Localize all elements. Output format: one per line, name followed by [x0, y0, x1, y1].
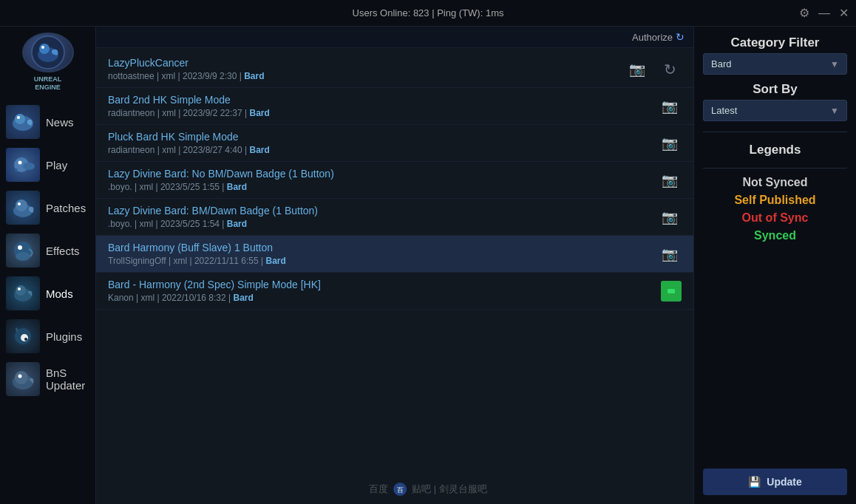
legend-not-synced: Not Synced: [703, 176, 847, 189]
svg-point-9: [23, 163, 35, 170]
mod-item-5[interactable]: Bard Harmony (Buff Slave) 1 Button Troll…: [96, 236, 693, 273]
sidebar-item-mods[interactable]: Mods: [0, 272, 95, 315]
sidebar-item-play[interactable]: Play: [0, 143, 95, 186]
mod-camera-btn-4[interactable]: 📷: [658, 205, 682, 229]
mod-info-0: LazyPluckCancer nottoastnee | xml | 2023…: [108, 57, 616, 81]
update-icon: 💾: [748, 476, 761, 488]
mod-title-1: Bard 2nd HK Simple Mode: [108, 94, 649, 106]
sidebar-item-play-label: Play: [46, 159, 67, 171]
legend-out-of-sync: Out of Sync: [703, 211, 847, 225]
update-label: Update: [767, 476, 801, 488]
title-bar-text: Users Online: 823 | Ping (TW): 1ms: [353, 7, 504, 18]
avatar-plugins: [6, 319, 40, 353]
minimize-icon[interactable]: —: [818, 7, 830, 20]
mod-item-3[interactable]: Lazy Divine Bard: No BM/Dawn Badge (1 Bu…: [96, 162, 693, 199]
close-icon[interactable]: ✕: [839, 6, 849, 20]
category-filter-arrow: ▼: [830, 59, 839, 69]
watermark-text: 百度: [369, 483, 388, 496]
mod-camera-btn-5[interactable]: 📷: [658, 242, 682, 266]
mod-meta-3: .boyo. | xml | 2023/5/25 1:55 | Bard: [108, 182, 649, 192]
mod-meta-4: .boyo. | xml | 2023/5/25 1:54 | Bard: [108, 219, 649, 229]
authorize-bar: Authorize ↻: [96, 27, 693, 48]
svg-point-20: [21, 334, 28, 341]
avatar-patches: [6, 191, 40, 225]
legends-section: Legends Not Synced Self Published Out of…: [703, 143, 847, 242]
sort-by-dropdown[interactable]: Latest ▼: [703, 100, 847, 121]
sidebar-item-bns-updater[interactable]: BnS Updater: [0, 358, 95, 401]
sort-by-value: Latest: [711, 105, 737, 116]
mod-list: LazyPluckCancer nottoastnee | xml | 2023…: [96, 48, 693, 504]
update-button[interactable]: 💾 Update: [703, 469, 847, 495]
mod-camera-btn-0[interactable]: 📷: [625, 58, 649, 81]
category-filter-title: Category Filter: [703, 35, 847, 50]
sidebar: UNREAL ENGINE News: [0, 27, 96, 504]
mod-info-2: Pluck Bard HK Simple Mode radiantneon | …: [108, 131, 649, 155]
mod-item-0[interactable]: LazyPluckCancer nottoastnee | xml | 2023…: [96, 51, 693, 88]
panel-divider: [703, 132, 847, 132]
svg-point-12: [18, 202, 21, 205]
mod-camera-btn-2[interactable]: 📷: [658, 132, 682, 155]
svg-text:百: 百: [397, 486, 404, 494]
mod-meta-1: radiantneon | xml | 2023/9/2 22:37 | Bar…: [108, 108, 649, 118]
mod-title-4: Lazy Divine Bard: BM/Dawn Badge (1 Butto…: [108, 205, 649, 217]
sidebar-item-plugins-label: Plugins: [46, 330, 82, 343]
svg-point-5: [15, 114, 25, 124]
mod-item-2[interactable]: Pluck Bard HK Simple Mode radiantneon | …: [96, 125, 693, 162]
title-bar: Users Online: 823 | Ping (TW): 1ms ⚙ — ✕: [0, 0, 856, 27]
category-filter-value: Bard: [711, 58, 731, 69]
mod-camera-btn-3[interactable]: 📷: [658, 168, 682, 192]
watermark-text2: 贴吧 | 剑灵台服吧: [412, 483, 487, 496]
mod-item-6[interactable]: Bard - Harmony (2nd Spec) Simple Mode [H…: [96, 273, 693, 310]
main-layout: UNREAL ENGINE News: [0, 27, 856, 504]
mod-meta-6: Kanon | xml | 2022/10/16 8:32 | Bard: [108, 293, 652, 303]
mod-camera-btn-1[interactable]: 📷: [658, 95, 682, 118]
svg-point-21: [24, 338, 27, 341]
svg-point-23: [15, 371, 28, 384]
svg-point-2: [39, 44, 50, 54]
right-panel: Category Filter Bard ▼ Sort By Latest ▼ …: [693, 27, 856, 504]
mod-info-6: Bard - Harmony (2nd Spec) Simple Mode [H…: [108, 279, 652, 303]
authorize-button[interactable]: Authorize ↻: [632, 31, 685, 43]
avatar-effects: [6, 234, 40, 268]
sidebar-logo: UNREAL ENGINE: [18, 33, 78, 92]
mod-info-4: Lazy Divine Bard: BM/Dawn Badge (1 Butto…: [108, 205, 649, 229]
sidebar-item-bns-updater-label: BnS Updater: [46, 367, 89, 392]
svg-point-6: [17, 116, 20, 119]
sidebar-item-patches-label: Patches: [46, 202, 86, 214]
svg-point-18: [18, 287, 21, 290]
sidebar-nav: News Play: [0, 101, 95, 401]
watermark: 百度 百 贴吧 | 剑灵台服吧: [369, 482, 487, 497]
svg-point-14: [18, 245, 22, 250]
svg-point-11: [16, 200, 27, 211]
category-filter-dropdown[interactable]: Bard ▼: [703, 53, 847, 75]
sidebar-item-news[interactable]: News: [0, 101, 95, 143]
mod-status-green-6: [661, 281, 682, 302]
legend-self-published: Self Published: [703, 194, 847, 207]
svg-point-15: [16, 252, 30, 261]
sidebar-item-plugins[interactable]: Plugins: [0, 315, 95, 358]
mod-title-3: Lazy Divine Bard: No BM/Dawn Badge (1 Bu…: [108, 168, 649, 180]
mod-info-3: Lazy Divine Bard: No BM/Dawn Badge (1 Bu…: [108, 168, 649, 192]
sidebar-item-effects-label: Effects: [46, 245, 80, 257]
mod-refresh-btn-0[interactable]: ↻: [658, 58, 682, 81]
title-bar-controls: ⚙ — ✕: [799, 6, 849, 20]
mod-info-1: Bard 2nd HK Simple Mode radiantneon | xm…: [108, 94, 649, 118]
sidebar-item-effects[interactable]: Effects: [0, 229, 95, 272]
content-area: Authorize ↻ LazyPluckCancer nottoastnee …: [96, 27, 693, 504]
sort-by-arrow: ▼: [830, 106, 839, 116]
authorize-label: Authorize: [632, 32, 673, 43]
sidebar-item-mods-label: Mods: [46, 287, 73, 300]
mod-info-5: Bard Harmony (Buff Slave) 1 Button Troll…: [108, 242, 649, 266]
mod-title-6: Bard - Harmony (2nd Spec) Simple Mode [H…: [108, 279, 652, 290]
sort-by-title: Sort By: [703, 82, 847, 97]
sidebar-item-patches[interactable]: Patches: [0, 186, 95, 229]
logo-text: UNREAL ENGINE: [34, 75, 62, 92]
settings-icon[interactable]: ⚙: [799, 6, 809, 20]
category-filter-section: Category Filter Bard ▼: [703, 35, 847, 75]
mod-title-5: Bard Harmony (Buff Slave) 1 Button: [108, 242, 649, 253]
mod-item-1[interactable]: Bard 2nd HK Simple Mode radiantneon | xm…: [96, 88, 693, 125]
mod-item-4[interactable]: Lazy Divine Bard: BM/Dawn Badge (1 Butto…: [96, 199, 693, 236]
mod-title-2: Pluck Bard HK Simple Mode: [108, 131, 649, 143]
svg-point-8: [18, 161, 22, 165]
authorize-refresh-icon: ↻: [676, 31, 685, 43]
